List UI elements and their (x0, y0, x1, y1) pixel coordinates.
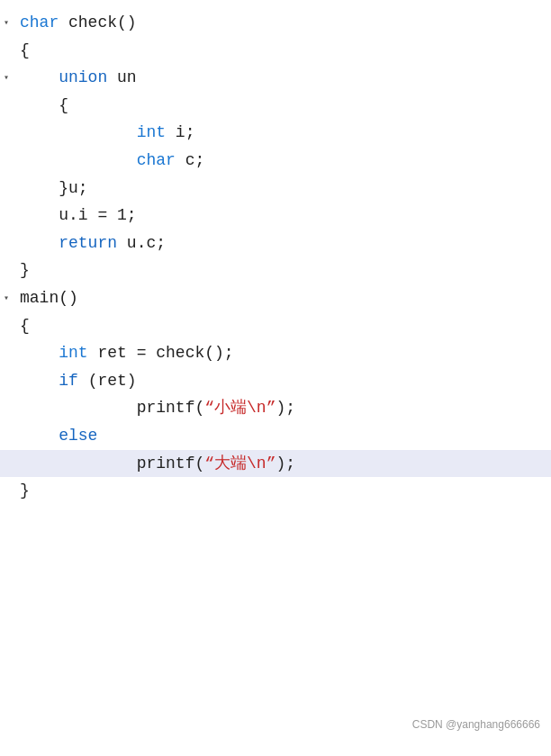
fold-icon[interactable]: ▾ (0, 292, 13, 304)
watermark: CSDN @yanghang666666 (412, 718, 540, 731)
code-line: return u.c; (0, 230, 551, 257)
code-token: union (59, 68, 107, 86)
code-line: } (0, 256, 551, 284)
code-token: } (20, 482, 30, 500)
code-token: un (107, 68, 136, 86)
code-token: else (59, 427, 97, 445)
code-line: char c; (0, 147, 551, 175)
fold-icon[interactable]: ▾ (0, 16, 13, 29)
code-token: { (59, 96, 68, 114)
code-token: int (59, 344, 87, 362)
code-token: }u; (59, 179, 87, 197)
line-content: { (7, 37, 30, 65)
code-token: “小端\n” (204, 399, 276, 417)
line-content: int ret = check(); (7, 339, 234, 367)
line-content: int i; (7, 119, 194, 147)
code-line: printf(“大端\n”); (0, 450, 551, 478)
line-content: union un (7, 64, 137, 92)
code-line: ▾ union un (0, 64, 551, 92)
code-line: { (0, 312, 551, 340)
code-line: { (0, 37, 551, 65)
line-content: else (7, 422, 97, 450)
code-token: ); (276, 399, 295, 417)
line-content: { (7, 92, 68, 120)
code-token: return (59, 234, 117, 252)
line-content: } (7, 256, 30, 284)
line-content: char check() (7, 9, 137, 37)
code-token: c; (176, 151, 204, 169)
code-token: i; (166, 123, 194, 141)
line-content: u.i = 1; (7, 202, 137, 230)
code-token: “大端\n” (204, 454, 276, 472)
code-line: printf(“小端\n”); (0, 394, 551, 422)
code-line: ▾main() (0, 284, 551, 312)
code-line: }u; (0, 175, 551, 202)
code-token: if (59, 372, 78, 390)
code-line: if (ret) (0, 367, 551, 395)
line-content: printf(“大端\n”); (7, 450, 295, 478)
code-token: { (20, 317, 30, 335)
code-token: char (20, 14, 59, 32)
code-line: { (0, 92, 551, 120)
code-token: { (20, 41, 30, 59)
code-container: ▾char check(){▾ union un { int i; char c… (0, 0, 551, 738)
line-content: }u; (7, 175, 88, 202)
code-token: } (20, 261, 30, 279)
fold-icon[interactable]: ▾ (0, 71, 13, 84)
code-line: int ret = check(); (0, 339, 551, 367)
line-content: return u.c; (7, 230, 166, 257)
code-token: ); (276, 454, 295, 472)
code-token: printf( (137, 399, 205, 417)
line-content: } (7, 477, 30, 505)
code-line: } (0, 477, 551, 505)
code-token: main() (20, 289, 78, 307)
code-token: ret = check(); (88, 344, 234, 362)
code-token: u.c; (117, 234, 166, 252)
code-token: u.i = 1; (59, 206, 136, 224)
line-content: if (ret) (7, 367, 137, 395)
code-line: ▾char check() (0, 9, 551, 37)
line-content: { (7, 312, 30, 340)
code-line: else (0, 422, 551, 450)
line-content: printf(“小端\n”); (7, 394, 295, 422)
code-line: int i; (0, 119, 551, 147)
line-content: main() (7, 284, 78, 312)
code-token: check() (59, 14, 136, 32)
code-token: (ret) (78, 372, 137, 390)
line-content: char c; (7, 147, 204, 175)
code-token: printf( (137, 454, 205, 472)
code-token: char (137, 151, 176, 169)
code-token: int (137, 123, 166, 141)
code-line: u.i = 1; (0, 202, 551, 230)
